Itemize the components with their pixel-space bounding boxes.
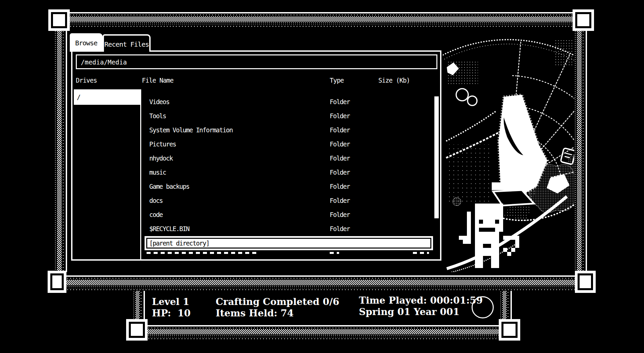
game-screen: { "window": { "tabs": [ {"label": "Brows… (0, 0, 644, 353)
drives-files-separator (140, 89, 141, 259)
frame-corner-bottom-left (126, 319, 148, 341)
file-row[interactable]: Tools Folder (145, 109, 433, 123)
frame-corner-mid-right (575, 271, 596, 293)
file-name: music (149, 169, 166, 176)
file-name: docs (149, 197, 163, 204)
file-name: Pictures (149, 140, 176, 148)
file-type: Folder (330, 112, 350, 120)
file-name: nhydock (149, 155, 173, 162)
status-pillar-right (500, 291, 512, 320)
file-type: Folder (330, 140, 350, 148)
column-header-type: Type (330, 77, 344, 84)
file-type: Folder (330, 211, 350, 218)
column-header-filename: File Name (142, 77, 173, 84)
file-name: [parent directory] (149, 239, 209, 247)
file-type: Folder (330, 126, 350, 134)
status-time-date: Time Played: 000:01:59Spring 01 Year 001 (359, 295, 483, 318)
frame-corner-top-left (48, 9, 70, 31)
file-row[interactable]: docs Folder (145, 194, 433, 208)
drive-item-root[interactable]: / (74, 89, 140, 105)
file-row[interactable]: music Folder (145, 166, 433, 180)
moon-phase-icon (472, 296, 494, 318)
file-name: Videos (149, 98, 169, 105)
tab-browse[interactable]: Browse (70, 33, 103, 52)
column-header-size: Size (Kb) (378, 77, 410, 84)
file-name: System Volume Information (149, 126, 232, 134)
file-name: code (149, 211, 163, 218)
file-type: Folder (330, 197, 350, 204)
file-row[interactable]: Game backups Folder (145, 180, 433, 194)
status-crafting-items: Crafting Completed 0/6Items Held: 74 (216, 296, 339, 319)
items-held-text: Items Held: 74 (216, 308, 294, 319)
file-type: Folder (330, 225, 350, 232)
frame-corner-mid-left (48, 271, 66, 293)
file-name: $RECYCLE.BIN (149, 225, 189, 232)
file-name: Tools (149, 112, 166, 120)
file-row[interactable]: Videos Folder (145, 95, 433, 109)
file-list-scrollbar[interactable] (434, 96, 439, 218)
file-row[interactable]: System Volume Information Folder (145, 123, 433, 137)
file-type: Folder (330, 169, 350, 176)
file-name: Game backups (149, 183, 189, 190)
crafting-text: Crafting Completed 0/6 (216, 296, 339, 307)
level-text: Level 1 (152, 296, 189, 307)
frame-bar-right (574, 30, 587, 272)
file-list: Videos Folder Tools Folder System Volume… (145, 95, 433, 254)
file-row[interactable]: $RECYCLE.BIN Folder (145, 222, 433, 236)
file-type: Folder (330, 98, 350, 105)
frame-bar-middle (66, 275, 575, 291)
path-input[interactable]: /media/Media (76, 54, 437, 69)
file-row[interactable]: nhydock Folder (145, 151, 433, 166)
tab-recent-files[interactable]: Recent Files (103, 34, 151, 52)
status-pillar-left (133, 291, 145, 320)
time-played-text: Time Played: 000:01:59 (359, 295, 483, 306)
file-row-clipped-type (330, 252, 339, 254)
hp-text: HP: 10 (152, 308, 191, 319)
frame-bar-bottom (147, 325, 499, 340)
file-type: Folder (330, 183, 350, 190)
file-row[interactable]: [parent directory] (145, 236, 433, 250)
date-text: Spring 01 Year 001 (359, 306, 460, 317)
frame-corner-top-right (573, 9, 594, 31)
status-level-hp: Level 1HP: 10 (152, 296, 191, 319)
file-type: Folder (330, 155, 350, 162)
column-header-drives: Drives (76, 77, 97, 84)
frame-bar-top (69, 12, 573, 28)
frame-bar-left (54, 30, 67, 272)
file-row[interactable]: Pictures Folder (145, 137, 433, 151)
file-row[interactable]: code Folder (145, 208, 433, 222)
file-row-clipped-name (147, 252, 257, 254)
file-row-clipped-size (413, 252, 429, 254)
frame-corner-bottom-right (499, 319, 520, 341)
